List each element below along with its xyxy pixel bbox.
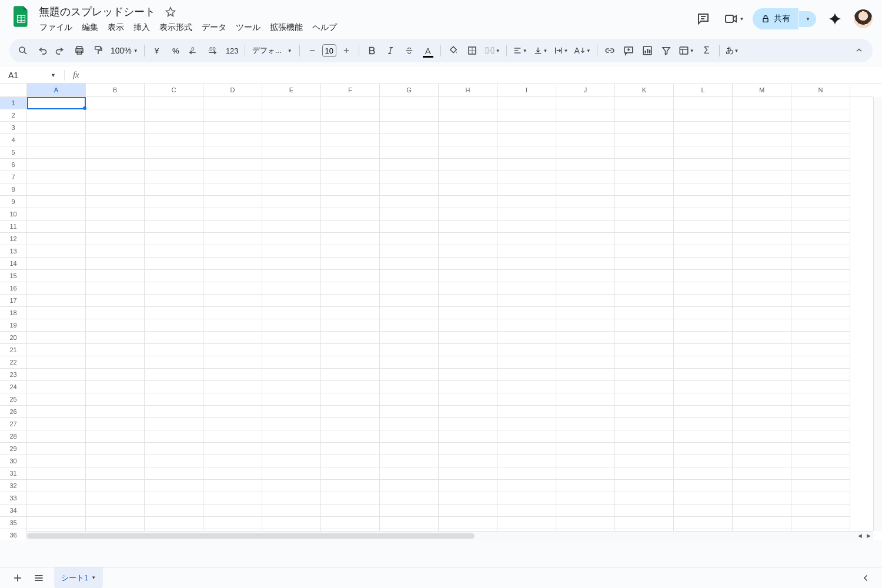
cell[interactable]: [321, 381, 380, 393]
cell[interactable]: [145, 369, 203, 381]
cell[interactable]: [27, 270, 86, 282]
row-header[interactable]: 36: [0, 529, 26, 540]
cell[interactable]: [439, 245, 497, 258]
cell[interactable]: [145, 159, 203, 171]
cell[interactable]: [145, 381, 203, 393]
cell[interactable]: [321, 109, 380, 122]
cell[interactable]: [203, 455, 262, 467]
cell[interactable]: [791, 270, 850, 282]
cell[interactable]: [439, 517, 497, 529]
cell[interactable]: [791, 208, 850, 220]
cell[interactable]: [86, 467, 145, 480]
cell[interactable]: [791, 344, 850, 356]
cell[interactable]: [262, 295, 321, 307]
cell[interactable]: [556, 307, 615, 319]
cell[interactable]: [203, 122, 262, 134]
cell[interactable]: [556, 381, 615, 393]
cell[interactable]: [145, 492, 203, 505]
cell[interactable]: [556, 245, 615, 258]
cell[interactable]: [556, 480, 615, 492]
row-header[interactable]: 14: [0, 258, 26, 270]
cell[interactable]: [615, 97, 674, 109]
cell[interactable]: [497, 159, 556, 171]
functions-icon[interactable]: Σ: [698, 42, 716, 59]
cell[interactable]: [86, 171, 145, 183]
cell[interactable]: [262, 196, 321, 208]
cell[interactable]: [86, 492, 145, 505]
formula-input[interactable]: [83, 69, 882, 81]
cell[interactable]: [203, 233, 262, 245]
cell[interactable]: [791, 517, 850, 529]
cell[interactable]: [321, 196, 380, 208]
cell[interactable]: [86, 233, 145, 245]
cell[interactable]: [262, 467, 321, 480]
cell[interactable]: [27, 220, 86, 233]
cell[interactable]: [615, 369, 674, 381]
cell[interactable]: [86, 109, 145, 122]
cell[interactable]: [380, 282, 439, 295]
cell[interactable]: [27, 196, 86, 208]
row-header[interactable]: 11: [0, 220, 26, 233]
horizontal-align-button[interactable]: ▼: [510, 42, 530, 59]
cell[interactable]: [791, 295, 850, 307]
column-header[interactable]: A: [27, 83, 86, 96]
cell[interactable]: [791, 455, 850, 467]
cell[interactable]: [439, 406, 497, 418]
insert-comment-icon[interactable]: [620, 42, 637, 59]
cell[interactable]: [497, 430, 556, 443]
cell[interactable]: [556, 332, 615, 344]
menu-item[interactable]: ツール: [232, 20, 265, 35]
row-header[interactable]: 32: [0, 480, 26, 492]
row-header[interactable]: 16: [0, 282, 26, 295]
name-box-input[interactable]: [5, 69, 47, 81]
cell[interactable]: [203, 220, 262, 233]
row-header[interactable]: 6: [0, 159, 26, 171]
name-box-dropdown[interactable]: ▼: [47, 72, 59, 78]
cell[interactable]: [145, 319, 203, 332]
search-menus-icon[interactable]: [14, 42, 32, 59]
cell[interactable]: [733, 369, 791, 381]
cell[interactable]: [733, 295, 791, 307]
cell[interactable]: [556, 258, 615, 270]
cell[interactable]: [321, 418, 380, 430]
cell[interactable]: [733, 517, 791, 529]
merge-cells-button[interactable]: ▼: [482, 42, 503, 59]
row-header[interactable]: 12: [0, 233, 26, 245]
cell[interactable]: [497, 455, 556, 467]
cell[interactable]: [262, 245, 321, 258]
cell[interactable]: [733, 245, 791, 258]
cell[interactable]: [556, 356, 615, 369]
cell[interactable]: [615, 171, 674, 183]
cell[interactable]: [615, 430, 674, 443]
cell[interactable]: [733, 356, 791, 369]
cell[interactable]: [27, 159, 86, 171]
cell[interactable]: [203, 505, 262, 517]
cell[interactable]: [674, 258, 733, 270]
cell[interactable]: [145, 505, 203, 517]
cell[interactable]: [145, 430, 203, 443]
currency-format-button[interactable]: ¥: [148, 42, 166, 59]
table-view-button[interactable]: ▼: [676, 42, 697, 59]
row-header[interactable]: 21: [0, 344, 26, 356]
cell[interactable]: [556, 467, 615, 480]
cell[interactable]: [203, 369, 262, 381]
cell[interactable]: [321, 307, 380, 319]
column-header[interactable]: C: [145, 83, 203, 96]
cell[interactable]: [262, 492, 321, 505]
cell[interactable]: [733, 505, 791, 517]
cell[interactable]: [439, 183, 497, 196]
cell[interactable]: [380, 443, 439, 455]
cell[interactable]: [439, 258, 497, 270]
cell[interactable]: [86, 455, 145, 467]
cell[interactable]: [615, 381, 674, 393]
cell[interactable]: [497, 344, 556, 356]
cell[interactable]: [380, 332, 439, 344]
cell[interactable]: [556, 418, 615, 430]
cell[interactable]: [791, 282, 850, 295]
cell[interactable]: [145, 233, 203, 245]
cell[interactable]: [380, 208, 439, 220]
menu-item[interactable]: 表示形式: [155, 20, 196, 35]
cell[interactable]: [615, 295, 674, 307]
cell[interactable]: [791, 183, 850, 196]
italic-button[interactable]: [382, 42, 399, 59]
